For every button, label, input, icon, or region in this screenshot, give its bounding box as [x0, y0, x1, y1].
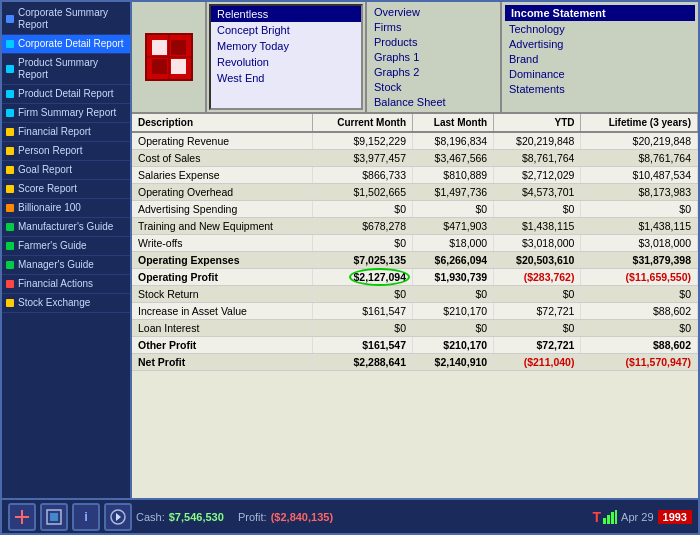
table-cell: Operating Overhead: [132, 184, 312, 201]
table-cell: $1,438,115: [494, 218, 581, 235]
table-row: Increase in Asset Value$161,547$210,170$…: [132, 303, 698, 320]
table-cell: $31,879,398: [581, 252, 698, 269]
svg-marker-12: [116, 513, 121, 521]
sidebar-dot: [6, 90, 14, 98]
nav-item[interactable]: Firms: [370, 20, 497, 34]
top-area: Corporate Summary ReportCorporate Detail…: [2, 2, 698, 498]
table-cell: $0: [413, 286, 494, 303]
sidebar-item[interactable]: Manager's Guide: [2, 256, 130, 275]
svg-rect-15: [611, 512, 614, 524]
table-cell: $2,140,910: [413, 354, 494, 371]
sidebar-item[interactable]: Firm Summary Report: [2, 104, 130, 123]
product-item[interactable]: Revolution: [211, 54, 361, 70]
table-row: Training and New Equipment$678,278$471,9…: [132, 218, 698, 235]
table-cell: Cost of Sales: [132, 150, 312, 167]
table-row: Operating Profit$2,127,094$1,930,739($28…: [132, 269, 698, 286]
sidebar-item[interactable]: Billionaire 100: [2, 199, 130, 218]
date-display: Apr 29: [621, 511, 653, 523]
table-cell: Write-offs: [132, 235, 312, 252]
table-cell: Training and New Equipment: [132, 218, 312, 235]
table-cell: $3,018,000: [581, 235, 698, 252]
profit-value: ($2,840,135): [271, 511, 333, 523]
tool-icon-info[interactable]: i: [72, 503, 100, 531]
tool-icon-back[interactable]: [104, 503, 132, 531]
product-item[interactable]: West End: [211, 70, 361, 86]
logo-panel: [132, 2, 207, 112]
table-cell: $18,000: [413, 235, 494, 252]
sidebar-dot: [6, 147, 14, 155]
nav-item[interactable]: Stock: [370, 80, 497, 94]
product-item[interactable]: Relentless: [211, 6, 361, 22]
circled-value: $2,127,094: [353, 271, 406, 283]
sidebar-item-label: Financial Report: [18, 126, 91, 138]
table-cell: $3,467,566: [413, 150, 494, 167]
product-item[interactable]: Memory Today: [211, 38, 361, 54]
status-bar: i Cash: $7,546,530 Profit: ($2,840,135) …: [2, 498, 698, 533]
sidebar-item-label: Billionaire 100: [18, 202, 81, 214]
sidebar-item-label: Corporate Detail Report: [18, 38, 124, 50]
table-cell: $4,573,701: [494, 184, 581, 201]
table-cell: ($211,040): [494, 354, 581, 371]
right-nav-item[interactable]: Brand: [505, 52, 695, 66]
table-cell: $6,266,094: [413, 252, 494, 269]
table-cell: $0: [494, 201, 581, 218]
sidebar-item-label: Corporate Summary Report: [18, 7, 126, 31]
sidebar-item[interactable]: Product Summary Report: [2, 54, 130, 85]
sidebar-dot: [6, 299, 14, 307]
svg-rect-13: [603, 518, 606, 524]
sidebar-item[interactable]: Financial Report: [2, 123, 130, 142]
sidebar-dot: [6, 223, 14, 231]
table-row: Stock Return$0$0$0$0: [132, 286, 698, 303]
sidebar-item[interactable]: Score Report: [2, 180, 130, 199]
table-cell: Salaries Expense: [132, 167, 312, 184]
table-cell: Other Profit: [132, 337, 312, 354]
sidebar-dot: [6, 15, 14, 23]
top-panels: RelentlessConcept BrightMemory TodayRevo…: [132, 2, 698, 114]
right-nav-item[interactable]: Dominance: [505, 67, 695, 81]
products-panel: RelentlessConcept BrightMemory TodayRevo…: [207, 2, 367, 112]
products-list[interactable]: RelentlessConcept BrightMemory TodayRevo…: [211, 6, 361, 108]
nav-item[interactable]: Graphs 2: [370, 65, 497, 79]
sidebar-item[interactable]: Product Detail Report: [2, 85, 130, 104]
table-row: Other Profit$161,547$210,170$72,721$88,6…: [132, 337, 698, 354]
sidebar-item[interactable]: Farmer's Guide: [2, 237, 130, 256]
nav-item[interactable]: Balance Sheet: [370, 95, 497, 109]
table-row: Operating Overhead$1,502,665$1,497,736$4…: [132, 184, 698, 201]
sidebar-item[interactable]: Corporate Summary Report: [2, 4, 130, 35]
sidebar-dot: [6, 242, 14, 250]
table-cell: $210,170: [413, 337, 494, 354]
profit-label: Profit:: [238, 511, 267, 523]
table-header: DescriptionCurrent MonthLast MonthYTDLif…: [132, 114, 698, 132]
nav-item[interactable]: Graphs 1: [370, 50, 497, 64]
right-nav-item[interactable]: Technology: [505, 22, 695, 36]
sidebar-item-label: Goal Report: [18, 164, 72, 176]
table-cell: Stock Return: [132, 286, 312, 303]
sidebar-item[interactable]: Corporate Detail Report: [2, 35, 130, 54]
tool-icon-2[interactable]: [40, 503, 68, 531]
sidebar: Corporate Summary ReportCorporate Detail…: [2, 2, 132, 498]
nav-item[interactable]: Overview: [370, 5, 497, 19]
table-cell: $1,930,739: [413, 269, 494, 286]
sidebar-item[interactable]: Financial Actions: [2, 275, 130, 294]
sidebar-item[interactable]: Stock Exchange: [2, 294, 130, 313]
table-cell: $20,219,848: [494, 132, 581, 150]
right-nav-item[interactable]: Statements: [505, 82, 695, 96]
table-cell: $2,712,029: [494, 167, 581, 184]
sidebar-item[interactable]: Person Report: [2, 142, 130, 161]
sidebar-item[interactable]: Manufacturer's Guide: [2, 218, 130, 237]
table-cell: $0: [494, 286, 581, 303]
table-cell: $72,721: [494, 337, 581, 354]
cash-value: $7,546,530: [169, 511, 224, 523]
table-cell: $866,733: [312, 167, 412, 184]
main-content: RelentlessConcept BrightMemory TodayRevo…: [132, 2, 698, 498]
sidebar-item[interactable]: Goal Report: [2, 161, 130, 180]
table-header-2: Last Month: [413, 114, 494, 132]
table-cell: Loan Interest: [132, 320, 312, 337]
right-nav-item[interactable]: Advertising: [505, 37, 695, 51]
product-item[interactable]: Concept Bright: [211, 22, 361, 38]
nav-item[interactable]: Products: [370, 35, 497, 49]
tool-icon-1[interactable]: [8, 503, 36, 531]
sidebar-item-label: Stock Exchange: [18, 297, 90, 309]
right-nav-item[interactable]: Income Statement: [505, 5, 695, 21]
sidebar-dot: [6, 204, 14, 212]
